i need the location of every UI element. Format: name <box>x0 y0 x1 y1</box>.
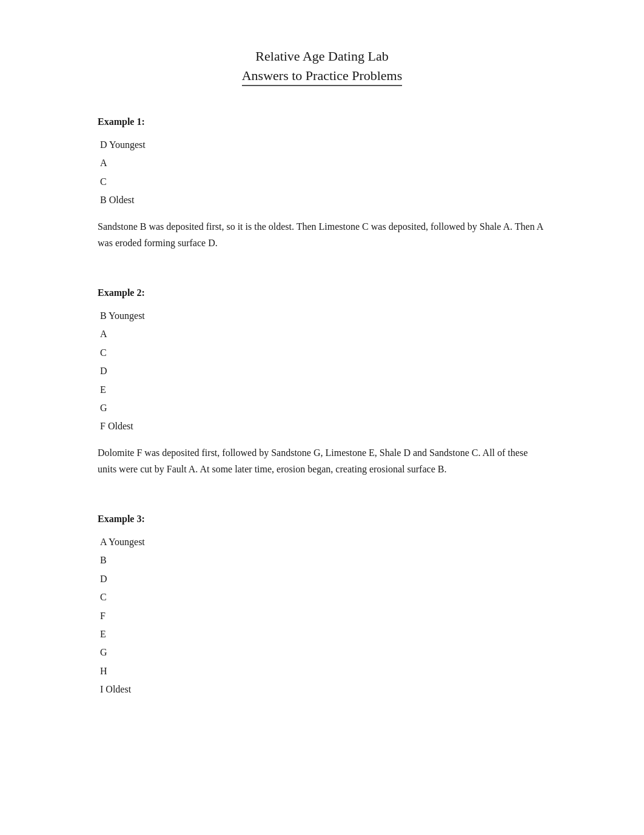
list-item: E <box>98 625 546 643</box>
list-item: E <box>98 381 546 399</box>
title-line1: Relative Age Dating Lab <box>98 49 546 64</box>
list-item: B Oldest <box>98 191 546 209</box>
example-section-3: Example 3:A YoungestBDCFEGHI Oldest <box>98 514 546 699</box>
list-item: G <box>98 643 546 662</box>
list-item: D <box>98 362 546 380</box>
example-section-1: Example 1:D YoungestACB OldestSandstone … <box>98 116 546 251</box>
example-label-1: Example 1: <box>98 116 546 127</box>
list-item: H <box>98 662 546 680</box>
list-item: A Youngest <box>98 533 546 551</box>
page-container: Relative Age Dating Lab Answers to Pract… <box>61 0 583 772</box>
list-item: I Oldest <box>98 680 546 699</box>
example-description-2: Dolomite F was deposited first, followed… <box>98 444 546 477</box>
list-item: A <box>98 325 546 343</box>
list-item: F <box>98 607 546 625</box>
list-item: D Youngest <box>98 136 546 154</box>
example-label-3: Example 3: <box>98 514 546 525</box>
examples-container: Example 1:D YoungestACB OldestSandstone … <box>98 116 546 699</box>
title-line2: Answers to Practice Problems <box>242 68 403 86</box>
list-item: B <box>98 551 546 569</box>
list-item: F Oldest <box>98 417 546 435</box>
list-item: C <box>98 344 546 362</box>
list-item: C <box>98 588 546 606</box>
list-item: D <box>98 570 546 588</box>
list-item: C <box>98 173 546 191</box>
example-section-2: Example 2:B YoungestACDEGF OldestDolomit… <box>98 287 546 477</box>
list-item: G <box>98 399 546 417</box>
title-block: Relative Age Dating Lab Answers to Pract… <box>98 49 546 86</box>
example-description-1: Sandstone B was deposited first, so it i… <box>98 218 546 251</box>
list-item: A <box>98 154 546 172</box>
example-label-2: Example 2: <box>98 287 546 298</box>
list-item: B Youngest <box>98 307 546 325</box>
